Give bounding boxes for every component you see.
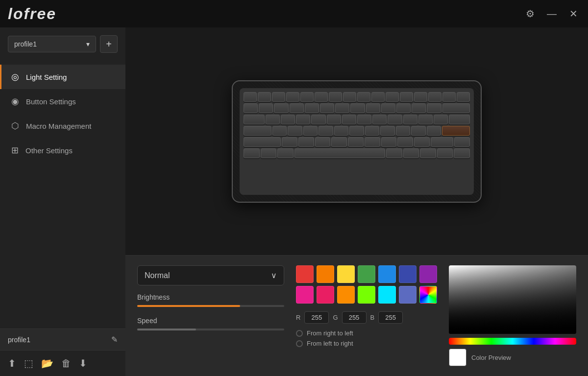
swatch-lime[interactable] xyxy=(358,286,375,304)
key xyxy=(258,92,271,102)
profile-dropdown[interactable]: profile1 ▾ xyxy=(8,36,96,52)
color-preview-row: Color Preview xyxy=(449,349,576,366)
key xyxy=(272,92,285,102)
key xyxy=(259,103,273,113)
key xyxy=(457,92,470,102)
sidebar-item-label: Button Settings xyxy=(26,97,76,106)
brightness-fill xyxy=(137,305,240,307)
key-enter xyxy=(442,126,470,136)
key xyxy=(244,92,257,102)
settings-button[interactable]: ⚙ xyxy=(523,7,537,21)
key xyxy=(286,92,299,102)
key xyxy=(437,148,453,158)
swatch-hot-pink[interactable] xyxy=(317,286,334,304)
b-input[interactable] xyxy=(378,311,403,324)
key xyxy=(274,103,288,113)
export-button[interactable]: ⬇ xyxy=(79,357,87,369)
macro-management-icon: ⬡ xyxy=(11,120,19,131)
key xyxy=(272,126,287,136)
swatch-pink[interactable] xyxy=(296,286,314,304)
key xyxy=(288,126,302,136)
load-button[interactable]: 📂 xyxy=(41,357,53,369)
edit-profile-button[interactable]: ✎ xyxy=(111,335,118,344)
close-button[interactable]: ✕ xyxy=(566,7,580,21)
settings-panel: Normal ∨ Brightness Speed xyxy=(125,255,588,376)
sidebar: profile1 ▾ + ◎ Light Setting ◉ Button Se… xyxy=(0,27,125,376)
direction-options: From right to left From left to right xyxy=(296,329,437,347)
key xyxy=(244,103,258,113)
sidebar-item-other-settings[interactable]: ⊞ Other Settings xyxy=(0,138,125,163)
key-row-bottom xyxy=(244,148,470,158)
key xyxy=(342,115,356,124)
key xyxy=(365,137,380,147)
settings-left: Normal ∨ Brightness Speed xyxy=(137,265,284,340)
color-gradient-picker[interactable] xyxy=(449,265,576,334)
b-label: B xyxy=(370,314,375,321)
sidebar-item-light-setting[interactable]: ◎ Light Setting xyxy=(0,65,125,89)
color-preview-label: Color Preview xyxy=(471,354,511,361)
g-input[interactable] xyxy=(342,311,367,324)
direction-right-to-left[interactable]: From right to left xyxy=(296,329,437,337)
speed-fill xyxy=(137,329,196,330)
sidebar-item-label: Light Setting xyxy=(26,73,67,81)
key xyxy=(365,126,379,136)
mode-chevron: ∨ xyxy=(271,271,277,280)
hue-slider[interactable] xyxy=(449,338,576,345)
direction-label: From left to right xyxy=(307,340,353,347)
key xyxy=(305,103,319,113)
brightness-label: Brightness xyxy=(137,293,284,301)
profile-footer: profile1 ✎ xyxy=(0,329,125,350)
sidebar-item-label: Other Settings xyxy=(25,146,73,155)
swatch-cyan[interactable] xyxy=(378,286,396,304)
profile-selector: profile1 ▾ + xyxy=(8,35,118,53)
key xyxy=(403,148,419,158)
key xyxy=(348,137,364,147)
import-button[interactable]: ⬆ xyxy=(8,357,16,369)
key xyxy=(320,103,334,113)
key xyxy=(412,103,426,113)
key xyxy=(357,115,371,124)
swatch-yellow[interactable] xyxy=(337,265,355,283)
swatch-blue[interactable] xyxy=(378,265,396,283)
swatch-amber[interactable] xyxy=(337,286,355,304)
swatch-slate[interactable] xyxy=(399,286,416,304)
app-logo: lofree xyxy=(8,5,56,23)
key xyxy=(400,92,413,102)
key xyxy=(327,115,341,124)
key xyxy=(329,92,342,102)
key xyxy=(366,103,380,113)
other-settings-icon: ⊞ xyxy=(11,145,19,156)
main-content: Normal ∨ Brightness Speed xyxy=(125,27,588,376)
swatch-green[interactable] xyxy=(358,265,375,283)
swatch-indigo[interactable] xyxy=(399,265,416,283)
key xyxy=(414,92,427,102)
nav-menu: ◎ Light Setting ◉ Button Settings ⬡ Macr… xyxy=(0,61,125,329)
keyboard-inner xyxy=(240,88,474,195)
swatch-purple[interactable] xyxy=(419,265,437,283)
minimize-button[interactable]: — xyxy=(545,7,559,21)
key xyxy=(381,137,397,147)
brightness-slider[interactable] xyxy=(137,305,284,307)
swatch-orange[interactable] xyxy=(317,265,334,283)
key xyxy=(414,137,430,147)
key xyxy=(454,148,470,158)
sidebar-item-button-settings[interactable]: ◉ Button Settings xyxy=(0,89,125,114)
mode-dropdown[interactable]: Normal ∨ xyxy=(137,265,284,285)
key xyxy=(454,137,470,147)
sidebar-item-label: Macro Management xyxy=(26,122,91,130)
sidebar-item-macro-management[interactable]: ⬡ Macro Management xyxy=(0,114,125,138)
r-input[interactable] xyxy=(304,311,329,324)
copy-button[interactable]: ⬚ xyxy=(24,357,33,369)
add-profile-button[interactable]: + xyxy=(100,35,118,53)
direction-left-to-right[interactable]: From left to right xyxy=(296,340,437,347)
key-backspace xyxy=(442,103,470,113)
key xyxy=(420,148,436,158)
color-preview-swatch xyxy=(449,349,466,366)
speed-slider[interactable] xyxy=(137,329,284,330)
key-rshift xyxy=(431,137,454,147)
swatch-red[interactable] xyxy=(296,265,314,283)
delete-button[interactable]: 🗑 xyxy=(61,358,71,369)
key-row-num xyxy=(244,103,470,113)
swatch-rainbow[interactable] xyxy=(419,286,437,304)
key xyxy=(282,137,297,147)
